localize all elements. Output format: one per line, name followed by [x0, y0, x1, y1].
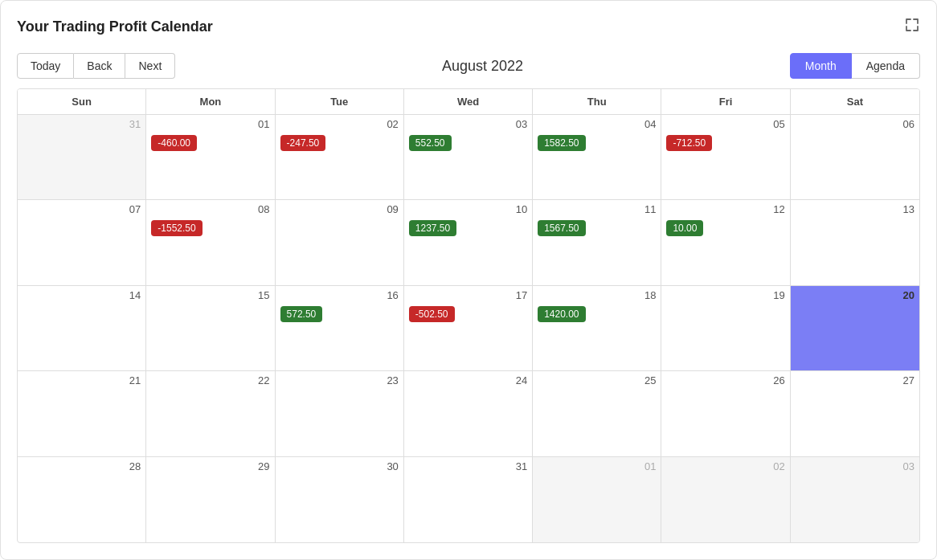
calendar-cell[interactable]: 29	[146, 457, 275, 542]
calendar-cell[interactable]: 24	[404, 371, 533, 456]
trade-badge: -712.50	[666, 135, 712, 151]
nav-buttons: Today Back Next	[17, 53, 175, 79]
cell-number: 04	[538, 118, 656, 130]
cell-number: 29	[151, 460, 269, 472]
cell-number: 10	[409, 203, 527, 215]
view-buttons: Month Agenda	[790, 53, 920, 79]
calendar-cell[interactable]: 23	[276, 371, 404, 456]
trade-badge: -247.50	[280, 135, 326, 151]
calendar-cell[interactable]: 16572.50	[276, 286, 404, 370]
calendar-week: 141516572.5017-502.50181420.001920	[18, 286, 919, 371]
calendar-cell[interactable]: 28	[18, 457, 146, 542]
calendar-cell[interactable]: 06	[791, 115, 919, 199]
calendar-body: 3101-460.0002-247.5003552.50041582.5005-…	[18, 115, 919, 542]
calendar-cell[interactable]: 01	[533, 457, 661, 542]
calendar-cell[interactable]: 15	[146, 286, 275, 370]
calendar-cell[interactable]: 09	[276, 200, 404, 284]
trade-badge: 10.00	[666, 220, 703, 236]
calendar-cell[interactable]: 21	[18, 371, 146, 456]
calendar-week: 21222324252627	[18, 371, 919, 456]
expand-icon[interactable]	[904, 17, 920, 37]
calendar-week: 0708-1552.5009101237.50111567.501210.001…	[18, 200, 919, 285]
day-header-sat: Sat	[791, 89, 919, 114]
calendar-week: 28293031010203	[18, 457, 919, 542]
next-button[interactable]: Next	[125, 53, 175, 79]
calendar-cell[interactable]: 181420.00	[533, 286, 661, 370]
calendar-cell[interactable]: 111567.50	[533, 200, 661, 284]
cell-number: 03	[409, 118, 527, 130]
cell-number: 17	[409, 289, 527, 301]
trade-badge: 1582.50	[538, 135, 585, 151]
month-view-button[interactable]: Month	[790, 53, 852, 79]
calendar-cell[interactable]: 01-460.00	[146, 115, 275, 199]
cell-number: 01	[151, 118, 269, 130]
trade-badge: -502.50	[409, 306, 455, 322]
cell-number: 31	[409, 460, 527, 472]
calendar-cell[interactable]: 31	[404, 457, 533, 542]
trade-badge: 1567.50	[538, 220, 585, 236]
cell-number: 07	[23, 203, 141, 215]
calendar-cell[interactable]: 31	[18, 115, 146, 199]
calendar-cell[interactable]: 07	[18, 200, 146, 284]
cell-number: 09	[280, 203, 399, 215]
toolbar-row: Today Back Next August 2022 Month Agenda	[17, 53, 920, 79]
calendar-cell[interactable]: 14	[18, 286, 146, 370]
calendar-cell[interactable]: 30	[276, 457, 404, 542]
today-button[interactable]: Today	[17, 53, 74, 79]
calendar-cell[interactable]: 22	[146, 371, 275, 456]
calendar-cell[interactable]: 03552.50	[404, 115, 533, 199]
cell-number: 05	[666, 118, 784, 130]
calendar-week: 3101-460.0002-247.5003552.50041582.5005-…	[18, 115, 919, 200]
back-button[interactable]: Back	[74, 53, 125, 79]
cell-number: 24	[409, 374, 527, 386]
cell-number: 30	[280, 460, 399, 472]
calendar-cell[interactable]: 17-502.50	[404, 286, 533, 370]
cell-number: 03	[796, 460, 914, 472]
trade-badge: 1237.50	[409, 220, 456, 236]
cell-number: 14	[23, 289, 141, 301]
cell-number: 08	[151, 203, 269, 215]
trade-badge: -460.00	[151, 135, 197, 151]
calendar-cell[interactable]: 08-1552.50	[146, 200, 275, 284]
cell-number: 27	[796, 374, 914, 386]
calendar-cell[interactable]: 02-247.50	[276, 115, 404, 199]
day-header-wed: Wed	[404, 89, 533, 114]
calendar-cell[interactable]: 25	[533, 371, 661, 456]
cell-number: 31	[23, 118, 141, 130]
cell-number: 12	[666, 203, 784, 215]
cell-number: 20	[796, 289, 914, 301]
calendar-cell[interactable]: 20	[791, 286, 919, 370]
day-header-tue: Tue	[276, 89, 404, 114]
calendar-cell[interactable]: 041582.50	[533, 115, 661, 199]
cell-number: 23	[280, 374, 399, 386]
calendar-grid: SunMonTueWedThuFriSat 3101-460.0002-247.…	[17, 88, 920, 543]
cell-number: 19	[666, 289, 784, 301]
cell-number: 21	[23, 374, 141, 386]
cell-number: 13	[796, 203, 914, 215]
calendar-cell[interactable]: 02	[661, 457, 790, 542]
cell-number: 18	[538, 289, 656, 301]
calendar-cell[interactable]: 05-712.50	[661, 115, 790, 199]
day-header-thu: Thu	[533, 89, 661, 114]
header-row: Your Trading Profit Calendar	[17, 17, 920, 37]
calendar-cell[interactable]: 1210.00	[661, 200, 790, 284]
calendar-cell[interactable]: 19	[661, 286, 790, 370]
calendar-cell[interactable]: 13	[791, 200, 919, 284]
trade-badge: 1420.00	[538, 306, 585, 322]
calendar-cell[interactable]: 03	[791, 457, 919, 542]
calendar-cell[interactable]: 101237.50	[404, 200, 533, 284]
cell-number: 22	[151, 374, 269, 386]
page-title: Your Trading Profit Calendar	[17, 18, 213, 35]
month-title: August 2022	[442, 58, 523, 75]
trade-badge: -1552.50	[151, 220, 202, 236]
calendar-cell[interactable]: 26	[661, 371, 790, 456]
day-header-mon: Mon	[146, 89, 275, 114]
cell-number: 25	[538, 374, 656, 386]
trade-badge: 572.50	[280, 306, 323, 322]
calendar-cell[interactable]: 27	[791, 371, 919, 456]
cell-number: 26	[666, 374, 784, 386]
cell-number: 28	[23, 460, 141, 472]
agenda-view-button[interactable]: Agenda	[852, 53, 920, 79]
day-header-fri: Fri	[661, 89, 790, 114]
trade-badge: 552.50	[409, 135, 452, 151]
